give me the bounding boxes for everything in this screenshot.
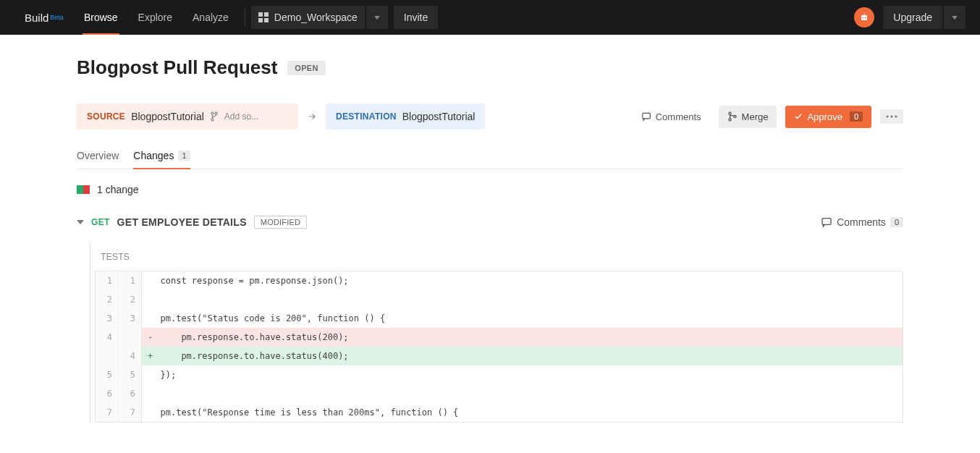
beta-badge: Beta	[50, 14, 64, 21]
add-source-label: Add so...	[224, 111, 258, 122]
diff-code: pm.response.to.have.status(400);	[155, 347, 903, 365]
comment-icon	[821, 216, 832, 228]
diff-code: pm.test("Status code is 200", function (…	[155, 309, 903, 328]
workspace-name: Demo_Workspace	[274, 12, 358, 23]
change-summary: 1 change	[77, 184, 903, 195]
svg-rect-14	[822, 219, 831, 225]
nav-browse[interactable]: Browse	[74, 0, 128, 35]
workspace-selector[interactable]: Demo_Workspace	[251, 6, 365, 29]
diff-table: 11 const response = pm.response.json();2…	[95, 271, 903, 423]
branch-icon	[210, 111, 219, 122]
line-number-left: 2	[96, 290, 119, 309]
diff-sign	[142, 309, 155, 328]
request-comments-label: Comments	[837, 216, 886, 228]
line-number-left: 5	[96, 365, 119, 384]
line-number-right: 2	[119, 290, 142, 309]
svg-point-9	[729, 119, 731, 121]
source-box[interactable]: SOURCE BlogpostTutorial Add so...	[77, 103, 298, 130]
svg-point-5	[215, 112, 217, 114]
diff-code	[155, 290, 903, 309]
diff-code: pm.test("Response time is less than 200m…	[155, 403, 903, 423]
source-dest-row: SOURCE BlogpostTutorial Add so... DESTIN…	[77, 103, 903, 130]
diff-row[interactable]: 22	[96, 290, 903, 309]
svg-point-6	[211, 119, 214, 121]
line-number-left: 1	[96, 271, 119, 291]
upgrade-caret[interactable]	[944, 6, 966, 29]
diff-section-label: TESTS	[95, 242, 903, 271]
workspace-caret[interactable]	[366, 6, 388, 29]
merge-label: Merge	[742, 111, 769, 122]
line-number-left: 7	[96, 403, 119, 423]
diff-row[interactable]: 33 pm.test("Status code is 200", functio…	[96, 309, 903, 328]
check-icon	[794, 112, 803, 121]
collapse-toggle[interactable]	[77, 220, 84, 224]
merge-button[interactable]: Merge	[719, 106, 777, 128]
top-nav: BuildBeta Browse Explore Analyze Demo_Wo…	[0, 0, 980, 35]
invite-button[interactable]: Invite	[394, 6, 438, 29]
nav-build-label: Build	[25, 12, 48, 24]
svg-point-4	[211, 112, 214, 114]
user-avatar[interactable]	[854, 7, 874, 27]
request-comments-button[interactable]: Comments 0	[821, 216, 903, 228]
svg-point-1	[863, 17, 864, 19]
request-comments-count: 0	[890, 217, 903, 227]
tab-changes[interactable]: Changes 1	[133, 150, 190, 169]
source-label: SOURCE	[87, 111, 125, 122]
merge-icon	[727, 111, 738, 122]
modified-badge: MODIFIED	[254, 216, 307, 229]
page-title: Blogpost Pull Request	[77, 56, 277, 79]
diff-sign	[142, 290, 155, 309]
line-number-right: 5	[119, 365, 142, 384]
diff-row[interactable]: 77 pm.test("Response time is less than 2…	[96, 403, 903, 423]
diff-row[interactable]: 66	[96, 384, 903, 403]
svg-point-8	[729, 112, 731, 114]
diff-sign	[142, 403, 155, 423]
upgrade-button[interactable]: Upgrade	[883, 6, 942, 29]
diff-row[interactable]: 55 });	[96, 365, 903, 384]
approve-label: Approve	[807, 111, 842, 122]
more-button[interactable]	[880, 109, 903, 124]
line-number-left: 6	[96, 384, 119, 403]
comment-icon	[641, 111, 651, 122]
svg-rect-7	[642, 113, 650, 119]
svg-point-12	[890, 115, 892, 117]
source-value: BlogpostTutorial	[131, 111, 204, 122]
comments-label: Comments	[656, 111, 701, 122]
diff-sign	[142, 384, 155, 403]
bot-icon	[859, 12, 869, 22]
line-number-right: 6	[119, 384, 142, 403]
svg-rect-3	[864, 14, 865, 15]
diff-row[interactable]: 11 const response = pm.response.json();	[96, 271, 903, 291]
chevron-down-icon	[374, 16, 380, 20]
nav-analyze[interactable]: Analyze	[182, 0, 239, 35]
svg-point-13	[895, 115, 897, 117]
arrow-right-icon	[307, 111, 317, 122]
svg-rect-0	[861, 15, 867, 20]
tab-overview[interactable]: Overview	[77, 150, 119, 169]
line-number-right	[119, 328, 142, 347]
destination-value: BlogpostTutorial	[402, 111, 476, 122]
change-indicator-icon	[77, 185, 90, 194]
diff-sign: -	[142, 328, 155, 347]
tab-changes-count: 1	[178, 151, 190, 161]
grid-icon	[258, 12, 269, 22]
diff-sign: +	[142, 347, 155, 365]
http-method: GET	[91, 217, 110, 227]
line-number-right: 1	[119, 271, 142, 291]
destination-box[interactable]: DESTINATION BlogpostTutorial	[326, 103, 485, 130]
nav-explore[interactable]: Explore	[128, 0, 182, 35]
page-header: Blogpost Pull Request OPEN	[77, 56, 903, 79]
diff-code: });	[155, 365, 903, 384]
diff-code: const response = pm.response.json();	[155, 271, 903, 291]
request-name: GET EMPLOYEE DETAILS	[117, 216, 247, 228]
nav-divider	[245, 7, 245, 27]
line-number-right: 3	[119, 309, 142, 328]
dots-icon	[886, 115, 897, 118]
line-number-left: 3	[96, 309, 119, 328]
destination-label: DESTINATION	[336, 111, 397, 122]
nav-build[interactable]: BuildBeta	[14, 0, 74, 35]
diff-row[interactable]: 4+ pm.response.to.have.status(400);	[96, 347, 903, 365]
diff-row[interactable]: 4- pm.response.to.have.status(200);	[96, 328, 903, 347]
approve-button[interactable]: Approve 0	[785, 106, 871, 128]
comments-button[interactable]: Comments	[633, 106, 710, 128]
